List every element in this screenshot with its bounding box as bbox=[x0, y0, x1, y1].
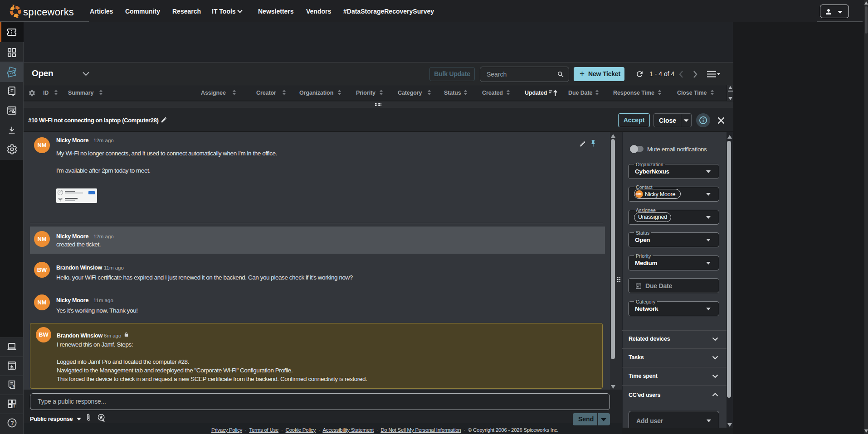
svg-text:!: ! bbox=[14, 404, 15, 409]
svg-text:$: $ bbox=[13, 385, 15, 388]
svg-text:?: ? bbox=[10, 420, 14, 426]
